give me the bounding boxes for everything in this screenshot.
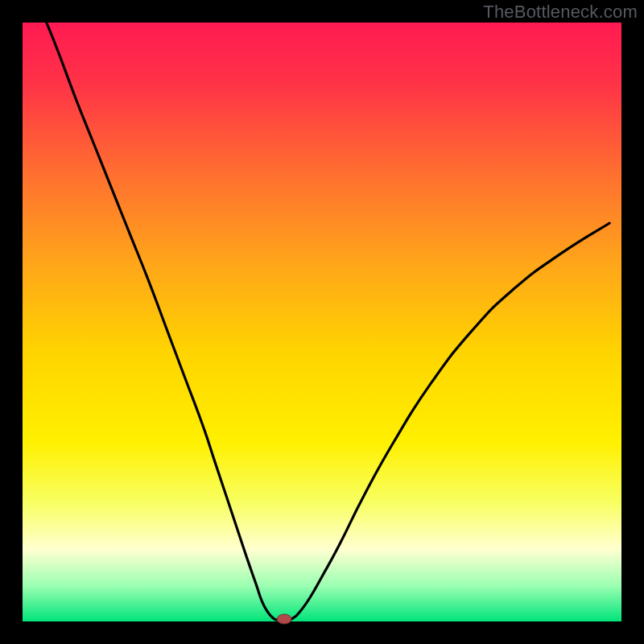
watermark-text: TheBottleneck.com	[483, 2, 638, 23]
chart-frame: TheBottleneck.com	[0, 0, 644, 644]
bottleneck-marker	[277, 614, 291, 624]
chart-svg	[0, 0, 644, 644]
gradient-background	[23, 23, 621, 621]
